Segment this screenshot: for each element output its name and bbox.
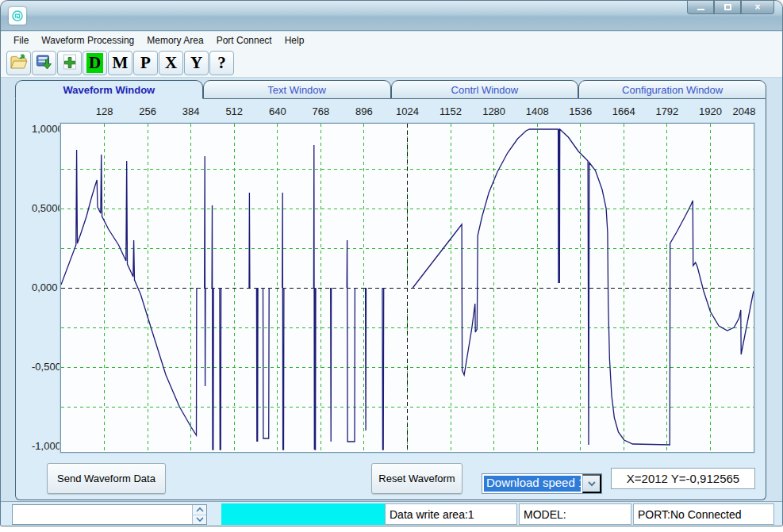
spin-edit-value[interactable] — [13, 505, 192, 524]
tab-label: Text Window — [267, 84, 326, 96]
open-file-button[interactable] — [6, 51, 31, 75]
download-speed-dropdown-button[interactable] — [582, 474, 601, 493]
waveform-trace — [382, 288, 384, 450]
waveform-tab-page: 1282563845126407688961024115212801408153… — [15, 99, 766, 500]
open-folder-icon — [10, 52, 29, 74]
window-controls: × — [687, 1, 774, 14]
x-tick-label: 1408 — [517, 105, 557, 117]
status-model: MODEL: — [519, 503, 631, 525]
app-window: × FileWaveform ProcessingMemory AreaPort… — [0, 0, 783, 526]
tab-label: Configuration Window — [622, 84, 723, 96]
x-tick-label: 2048 — [724, 105, 764, 117]
menu-bar: FileWaveform ProcessingMemory AreaPort C… — [1, 32, 782, 48]
tab-strip: Waveform WindowText WindowContrl WindowC… — [15, 80, 766, 99]
spin-up-button[interactable] — [193, 505, 206, 515]
progress-bar — [221, 503, 385, 525]
chevron-down-icon — [195, 516, 205, 523]
chevron-down-icon — [587, 480, 597, 488]
send-waveform-data-button[interactable]: Send Waveform Data — [47, 463, 166, 494]
p-tool-button[interactable]: P — [133, 51, 158, 75]
waveform-trace — [331, 288, 332, 442]
x-tick-label: 128 — [85, 105, 125, 117]
waveform-trace — [220, 288, 221, 450]
waveform-trace — [366, 288, 367, 431]
tool-letter: Y — [188, 53, 205, 73]
save-icon — [35, 52, 54, 74]
waveform-trace — [249, 193, 250, 288]
x-tick-label: 640 — [258, 105, 297, 117]
x-tick-label: 1024 — [388, 105, 428, 117]
waveform-trace — [256, 288, 258, 442]
x-tick-label: 1536 — [561, 105, 601, 117]
close-button[interactable]: × — [741, 1, 774, 14]
x-tick-label: 1152 — [431, 105, 470, 117]
menu-item-waveform-processing[interactable]: Waveform Processing — [35, 33, 140, 48]
x-tick-label: 1280 — [474, 105, 514, 117]
waveform-trace — [205, 156, 205, 386]
waveform-trace — [313, 145, 316, 450]
d-tool-button[interactable]: D — [83, 51, 107, 75]
tab-contrl-window[interactable]: Contrl Window — [391, 80, 579, 99]
waveform-trace — [413, 129, 754, 445]
waveform-trace — [347, 240, 355, 442]
x-tick-label: 768 — [301, 105, 340, 117]
download-speed-value: Download speed 1 — [484, 476, 581, 492]
tool-letter: P — [138, 53, 153, 73]
tab-configuration-window[interactable]: Configuration Window — [578, 80, 766, 99]
spin-down-button[interactable] — [193, 515, 206, 525]
green-plus-icon — [60, 52, 79, 74]
x-tool-button[interactable]: X — [159, 51, 183, 75]
tab-label: Contrl Window — [451, 84, 519, 96]
menu-item-memory-area[interactable]: Memory Area — [140, 33, 209, 48]
status-data-write-area: Data write area:1 — [385, 503, 517, 525]
status-bar: Data write area:1 MODEL: PORT:No Connect… — [1, 502, 782, 526]
add-waveform-button[interactable] — [57, 51, 82, 75]
tab-text-window[interactable]: Text Window — [203, 80, 391, 99]
x-tick-label: 256 — [128, 105, 167, 117]
y-tick-label: 0,000 — [32, 281, 58, 293]
x-tick-label: 1664 — [604, 105, 643, 117]
waveform-trace — [282, 193, 284, 450]
x-tick-label: 896 — [344, 105, 384, 117]
minimize-icon — [697, 9, 704, 10]
tool-letter: D — [86, 53, 103, 73]
help-button[interactable]: ? — [209, 51, 234, 75]
menu-item-port-connect[interactable]: Port Connect — [210, 33, 278, 48]
spin-edit[interactable] — [12, 504, 207, 525]
spinner-buttons — [192, 505, 206, 524]
app-logo-icon — [9, 7, 26, 25]
status-port: PORT:No Connected — [633, 503, 774, 525]
reset-waveform-button[interactable]: Reset Waveform — [371, 463, 463, 494]
toolbar: DMPXY? — [1, 48, 782, 78]
x-tick-label: 384 — [171, 105, 211, 117]
menu-item-help[interactable]: Help — [278, 33, 311, 48]
tab-waveform-window[interactable]: Waveform Window — [15, 80, 203, 99]
x-tick-label: 1792 — [647, 105, 687, 117]
close-icon: × — [754, 2, 760, 12]
save-button[interactable] — [32, 51, 56, 75]
title-bar: × — [1, 1, 782, 31]
m-tool-button[interactable]: M — [108, 51, 132, 75]
x-tick-label: 512 — [214, 105, 254, 117]
tool-letter: M — [110, 53, 131, 73]
y-tool-button[interactable]: Y — [184, 51, 209, 75]
cursor-position-readout: X=2012 Y=-0,912565 — [611, 468, 755, 489]
download-speed-select[interactable]: Download speed 1 — [482, 473, 602, 494]
tab-label: Waveform Window — [63, 84, 155, 96]
menu-item-file[interactable]: File — [7, 33, 35, 48]
maximize-button[interactable] — [714, 1, 741, 14]
waveform-trace — [212, 205, 213, 450]
tool-letter: ? — [215, 53, 228, 73]
waveform-trace — [61, 150, 197, 435]
minimize-button[interactable] — [687, 1, 714, 14]
tool-letter: X — [163, 53, 179, 73]
waveform-trace — [263, 288, 270, 438]
waveform-plot[interactable] — [60, 123, 754, 453]
chevron-up-icon — [195, 506, 205, 513]
maximize-icon — [724, 4, 731, 10]
